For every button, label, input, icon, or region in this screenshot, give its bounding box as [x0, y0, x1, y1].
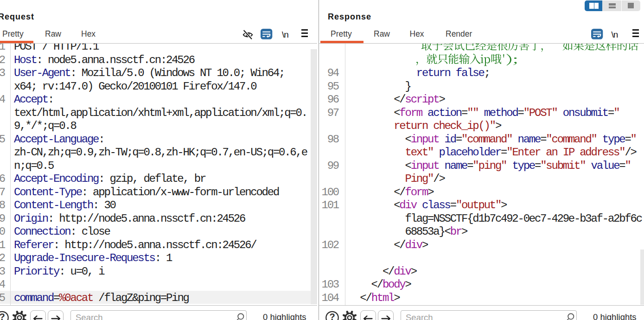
svg-text:?: ? — [0, 311, 5, 320]
svg-text:?: ? — [329, 311, 335, 320]
